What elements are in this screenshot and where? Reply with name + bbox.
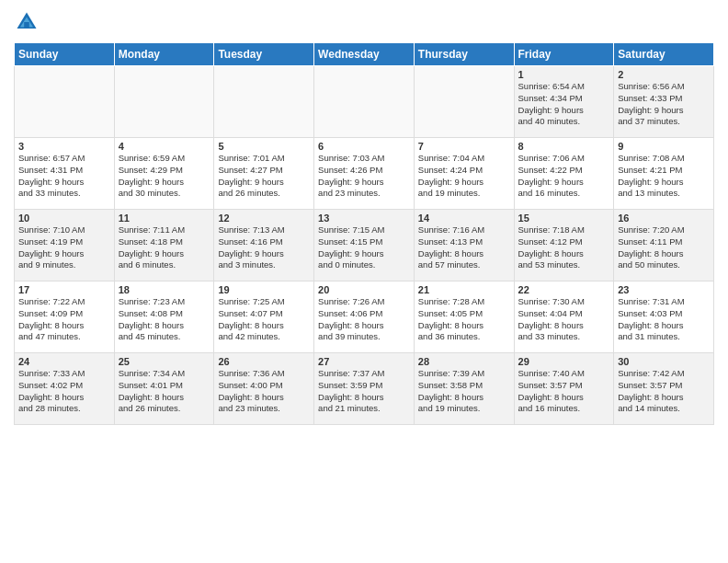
day-info: Sunrise: 6:59 AM Sunset: 4:29 PM Dayligh… — [119, 153, 210, 200]
day-number: 20 — [318, 284, 410, 295]
day-info: Sunrise: 7:28 AM Sunset: 4:05 PM Dayligh… — [418, 296, 510, 343]
col-header-sunday: Sunday — [15, 43, 115, 66]
week-row-4: 24Sunrise: 7:33 AM Sunset: 4:02 PM Dayli… — [15, 353, 714, 425]
day-info: Sunrise: 6:56 AM Sunset: 4:33 PM Dayligh… — [618, 81, 710, 128]
day-number: 10 — [18, 213, 110, 224]
calendar-cell: 19Sunrise: 7:25 AM Sunset: 4:07 PM Dayli… — [214, 282, 314, 353]
week-row-3: 17Sunrise: 7:22 AM Sunset: 4:09 PM Dayli… — [15, 282, 714, 353]
day-info: Sunrise: 7:03 AM Sunset: 4:26 PM Dayligh… — [318, 153, 410, 200]
day-number: 17 — [18, 284, 110, 295]
day-info: Sunrise: 7:18 AM Sunset: 4:12 PM Dayligh… — [518, 224, 610, 271]
day-info: Sunrise: 7:10 AM Sunset: 4:19 PM Dayligh… — [18, 224, 110, 271]
calendar-cell: 13Sunrise: 7:15 AM Sunset: 4:15 PM Dayli… — [314, 210, 415, 282]
day-number: 11 — [119, 213, 210, 224]
col-header-monday: Monday — [114, 43, 214, 66]
day-number: 15 — [518, 213, 610, 224]
day-number: 3 — [18, 141, 110, 152]
day-info: Sunrise: 7:15 AM Sunset: 4:15 PM Dayligh… — [318, 224, 410, 271]
week-row-2: 10Sunrise: 7:10 AM Sunset: 4:19 PM Dayli… — [15, 210, 714, 282]
day-number: 14 — [418, 213, 510, 224]
header — [14, 9, 714, 35]
day-number: 5 — [218, 141, 310, 152]
calendar-cell — [114, 66, 214, 138]
day-number: 27 — [318, 356, 410, 367]
day-number: 1 — [518, 69, 610, 80]
day-number: 16 — [618, 213, 710, 224]
calendar-cell: 16Sunrise: 7:20 AM Sunset: 4:11 PM Dayli… — [614, 210, 714, 282]
calendar-cell: 6Sunrise: 7:03 AM Sunset: 4:26 PM Daylig… — [314, 138, 415, 210]
day-info: Sunrise: 7:30 AM Sunset: 4:04 PM Dayligh… — [518, 296, 610, 343]
calendar-cell: 5Sunrise: 7:01 AM Sunset: 4:27 PM Daylig… — [214, 138, 314, 210]
calendar-cell: 26Sunrise: 7:36 AM Sunset: 4:00 PM Dayli… — [214, 353, 314, 425]
day-number: 13 — [318, 213, 410, 224]
logo — [14, 9, 43, 35]
calendar-cell: 7Sunrise: 7:04 AM Sunset: 4:24 PM Daylig… — [414, 138, 514, 210]
day-number: 8 — [518, 141, 610, 152]
calendar-cell: 21Sunrise: 7:28 AM Sunset: 4:05 PM Dayli… — [414, 282, 514, 353]
day-number: 22 — [518, 284, 610, 295]
calendar-cell: 20Sunrise: 7:26 AM Sunset: 4:06 PM Dayli… — [314, 282, 415, 353]
calendar-cell: 3Sunrise: 6:57 AM Sunset: 4:31 PM Daylig… — [15, 138, 115, 210]
day-info: Sunrise: 7:36 AM Sunset: 4:00 PM Dayligh… — [218, 368, 310, 415]
calendar-cell: 18Sunrise: 7:23 AM Sunset: 4:08 PM Dayli… — [114, 282, 214, 353]
calendar-cell: 12Sunrise: 7:13 AM Sunset: 4:16 PM Dayli… — [214, 210, 314, 282]
calendar-cell: 23Sunrise: 7:31 AM Sunset: 4:03 PM Dayli… — [614, 282, 714, 353]
day-number: 23 — [618, 284, 710, 295]
calendar-cell: 1Sunrise: 6:54 AM Sunset: 4:34 PM Daylig… — [514, 66, 614, 138]
calendar-cell: 17Sunrise: 7:22 AM Sunset: 4:09 PM Dayli… — [15, 282, 115, 353]
calendar-cell: 29Sunrise: 7:40 AM Sunset: 3:57 PM Dayli… — [514, 353, 614, 425]
header-row: SundayMondayTuesdayWednesdayThursdayFrid… — [15, 43, 714, 66]
day-number: 26 — [218, 356, 310, 367]
day-number: 2 — [618, 69, 710, 80]
day-number: 21 — [418, 284, 510, 295]
col-header-thursday: Thursday — [414, 43, 514, 66]
day-info: Sunrise: 7:11 AM Sunset: 4:18 PM Dayligh… — [119, 224, 210, 271]
day-number: 7 — [418, 141, 510, 152]
calendar-cell: 24Sunrise: 7:33 AM Sunset: 4:02 PM Dayli… — [15, 353, 115, 425]
day-info: Sunrise: 7:08 AM Sunset: 4:21 PM Dayligh… — [618, 153, 710, 200]
calendar-cell — [214, 66, 314, 138]
day-number: 28 — [418, 356, 510, 367]
day-info: Sunrise: 7:40 AM Sunset: 3:57 PM Dayligh… — [518, 368, 610, 415]
day-info: Sunrise: 7:01 AM Sunset: 4:27 PM Dayligh… — [218, 153, 310, 200]
day-info: Sunrise: 6:57 AM Sunset: 4:31 PM Dayligh… — [18, 153, 110, 200]
calendar-cell: 10Sunrise: 7:10 AM Sunset: 4:19 PM Dayli… — [15, 210, 115, 282]
day-info: Sunrise: 7:06 AM Sunset: 4:22 PM Dayligh… — [518, 153, 610, 200]
day-info: Sunrise: 7:42 AM Sunset: 3:57 PM Dayligh… — [618, 368, 710, 415]
day-info: Sunrise: 7:04 AM Sunset: 4:24 PM Dayligh… — [418, 153, 510, 200]
day-number: 29 — [518, 356, 610, 367]
calendar-cell: 30Sunrise: 7:42 AM Sunset: 3:57 PM Dayli… — [614, 353, 714, 425]
page-container: SundayMondayTuesdayWednesdayThursdayFrid… — [0, 0, 728, 434]
day-number: 12 — [218, 213, 310, 224]
calendar-cell: 15Sunrise: 7:18 AM Sunset: 4:12 PM Dayli… — [514, 210, 614, 282]
week-row-0: 1Sunrise: 6:54 AM Sunset: 4:34 PM Daylig… — [15, 66, 714, 138]
calendar-cell: 4Sunrise: 6:59 AM Sunset: 4:29 PM Daylig… — [114, 138, 214, 210]
day-number: 6 — [318, 141, 410, 152]
calendar-cell: 22Sunrise: 7:30 AM Sunset: 4:04 PM Dayli… — [514, 282, 614, 353]
day-info: Sunrise: 7:31 AM Sunset: 4:03 PM Dayligh… — [618, 296, 710, 343]
calendar-cell: 14Sunrise: 7:16 AM Sunset: 4:13 PM Dayli… — [414, 210, 514, 282]
day-number: 18 — [119, 284, 210, 295]
day-info: Sunrise: 7:23 AM Sunset: 4:08 PM Dayligh… — [119, 296, 210, 343]
day-info: Sunrise: 6:54 AM Sunset: 4:34 PM Dayligh… — [518, 81, 610, 128]
day-info: Sunrise: 7:33 AM Sunset: 4:02 PM Dayligh… — [18, 368, 110, 415]
col-header-friday: Friday — [514, 43, 614, 66]
day-number: 30 — [618, 356, 710, 367]
calendar-cell — [15, 66, 115, 138]
day-number: 24 — [18, 356, 110, 367]
day-number: 19 — [218, 284, 310, 295]
col-header-saturday: Saturday — [614, 43, 714, 66]
col-header-tuesday: Tuesday — [214, 43, 314, 66]
day-info: Sunrise: 7:13 AM Sunset: 4:16 PM Dayligh… — [218, 224, 310, 271]
svg-rect-2 — [24, 22, 29, 29]
calendar-cell: 25Sunrise: 7:34 AM Sunset: 4:01 PM Dayli… — [114, 353, 214, 425]
day-info: Sunrise: 7:26 AM Sunset: 4:06 PM Dayligh… — [318, 296, 410, 343]
week-row-1: 3Sunrise: 6:57 AM Sunset: 4:31 PM Daylig… — [15, 138, 714, 210]
calendar-cell: 8Sunrise: 7:06 AM Sunset: 4:22 PM Daylig… — [514, 138, 614, 210]
logo-icon — [14, 9, 40, 35]
calendar-cell: 11Sunrise: 7:11 AM Sunset: 4:18 PM Dayli… — [114, 210, 214, 282]
calendar-cell: 28Sunrise: 7:39 AM Sunset: 3:58 PM Dayli… — [414, 353, 514, 425]
day-info: Sunrise: 7:37 AM Sunset: 3:59 PM Dayligh… — [318, 368, 410, 415]
calendar-table: SundayMondayTuesdayWednesdayThursdayFrid… — [14, 42, 714, 425]
calendar-cell — [314, 66, 415, 138]
